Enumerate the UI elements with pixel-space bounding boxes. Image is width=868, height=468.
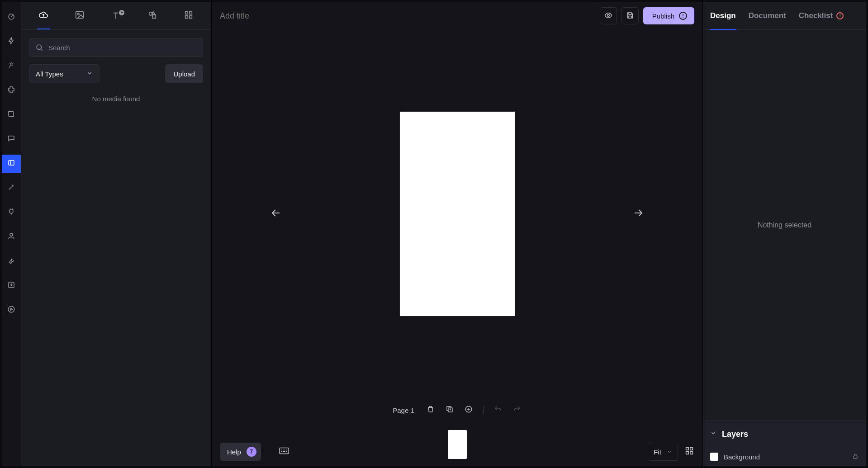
plug-icon	[7, 208, 15, 217]
svg-point-4	[8, 306, 14, 312]
right-panel: Design Document Checklist ! Nothing sele…	[702, 2, 866, 466]
rail-library[interactable]	[2, 106, 21, 124]
preview-button[interactable]	[600, 7, 617, 24]
rail-plug[interactable]	[2, 203, 21, 222]
grid-view-button[interactable]	[684, 446, 694, 458]
svg-rect-19	[690, 448, 693, 450]
duplicate-icon	[446, 405, 454, 415]
svg-point-6	[78, 13, 80, 15]
next-page-button[interactable]	[628, 203, 648, 225]
right-panel-tabs: Design Document Checklist !	[703, 2, 866, 30]
rail-pin[interactable]	[2, 57, 21, 75]
import-icon	[7, 281, 15, 291]
layer-row[interactable]: Background	[703, 447, 866, 466]
zoom-dropdown[interactable]: Fit	[648, 443, 678, 461]
zoom-label: Fit	[654, 448, 661, 456]
undo-icon	[494, 405, 502, 415]
canvas-page[interactable]	[400, 112, 515, 316]
add-page-button[interactable]	[464, 406, 473, 415]
canvas-footer: Help 7 Fit	[212, 423, 702, 466]
rail-design[interactable]	[2, 155, 21, 173]
layers-panel: Layers Background	[703, 421, 866, 466]
svg-rect-18	[686, 448, 689, 450]
help-count-badge: 7	[247, 447, 256, 457]
layers-title: Layers	[722, 430, 748, 439]
rail-import[interactable]	[2, 277, 21, 295]
prev-page-button[interactable]	[266, 203, 286, 225]
tab-images[interactable]	[69, 2, 90, 29]
svg-point-14	[607, 14, 610, 16]
rail-magic[interactable]	[2, 179, 21, 197]
save-button[interactable]	[621, 7, 639, 24]
svg-rect-22	[854, 456, 857, 459]
svg-rect-11	[185, 15, 188, 18]
search-wrap	[29, 38, 203, 57]
upload-button[interactable]: Upload	[165, 64, 203, 83]
redo-button[interactable]	[512, 406, 522, 415]
tab-uploads[interactable]	[33, 2, 54, 29]
page-label: Page 1	[393, 407, 414, 414]
svg-point-13	[37, 45, 42, 50]
canvas-header: Publish !	[212, 2, 702, 30]
tab-design[interactable]: Design	[710, 2, 736, 30]
svg-rect-20	[686, 452, 689, 454]
svg-rect-12	[190, 15, 192, 18]
svg-rect-5	[76, 11, 84, 18]
image-icon	[75, 10, 85, 22]
lock-icon	[852, 454, 859, 461]
redo-icon	[513, 405, 521, 415]
help-button[interactable]: Help 7	[220, 443, 261, 461]
chevron-down-icon	[86, 70, 93, 78]
book-icon	[7, 110, 15, 120]
panel-icon	[7, 159, 15, 169]
chevron-down-icon	[667, 448, 672, 456]
layers-toggle[interactable]: Layers	[703, 421, 866, 447]
left-panel-tabs: +	[21, 2, 211, 30]
delete-page-button[interactable]	[426, 406, 435, 415]
rail-bolt[interactable]	[2, 33, 21, 51]
design-empty-state: Nothing selected	[703, 30, 866, 421]
shapes-icon	[147, 10, 157, 22]
layer-swatch	[710, 453, 718, 461]
publish-label: Publish	[652, 12, 674, 20]
rail-puzzle[interactable]	[2, 81, 21, 99]
svg-rect-1	[9, 161, 14, 165]
rail-dashboard[interactable]	[2, 8, 21, 26]
keyboard-icon	[279, 447, 289, 456]
tab-shapes[interactable]	[142, 2, 163, 29]
title-input[interactable]	[220, 11, 328, 21]
keyboard-shortcuts-button[interactable]	[275, 443, 293, 461]
alert-icon: !	[836, 12, 844, 19]
tab-text[interactable]: +	[105, 2, 127, 29]
page-toolbar: Page 1	[212, 397, 702, 423]
rail-comments[interactable]	[2, 130, 21, 148]
svg-rect-17	[280, 448, 289, 454]
duplicate-page-button[interactable]	[445, 406, 454, 415]
chevron-down-icon	[710, 430, 716, 438]
layer-lock-button[interactable]	[852, 453, 859, 461]
left-panel: + All Ty	[21, 2, 212, 466]
rail-user[interactable]	[2, 228, 21, 246]
tab-checklist[interactable]: Checklist !	[799, 2, 844, 30]
wand-icon	[7, 183, 15, 193]
rail-play[interactable]	[2, 301, 21, 319]
tab-document[interactable]: Document	[749, 2, 786, 30]
cloud-upload-icon	[38, 10, 48, 22]
tab-apps[interactable]	[178, 2, 199, 29]
save-icon	[626, 11, 634, 21]
type-filter-dropdown[interactable]: All Types	[29, 64, 100, 83]
user-icon	[7, 232, 15, 242]
empty-state: No media found	[29, 95, 203, 103]
canvas-area: Publish ! Page 1	[212, 2, 702, 466]
svg-rect-21	[690, 452, 693, 454]
svg-rect-8	[152, 15, 156, 18]
svg-point-2	[10, 233, 13, 236]
search-input[interactable]	[29, 38, 203, 57]
publish-button[interactable]: Publish !	[643, 7, 694, 24]
warning-icon: !	[679, 12, 687, 20]
rail-settings[interactable]	[2, 252, 21, 270]
page-thumbnail[interactable]	[448, 430, 467, 459]
undo-button[interactable]	[493, 406, 503, 415]
trash-icon	[427, 405, 435, 415]
gauge-icon	[7, 12, 15, 22]
